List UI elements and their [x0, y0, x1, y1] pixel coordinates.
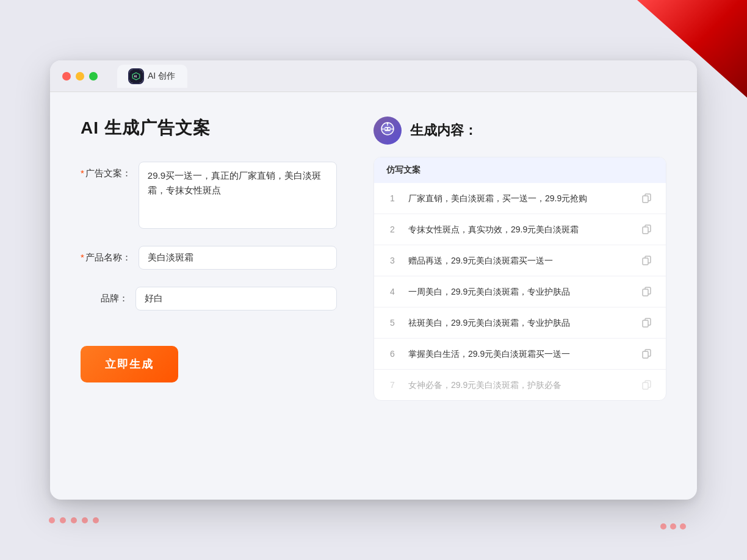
- results-header: 仿写文案: [374, 157, 666, 183]
- bg-dot-4: [82, 517, 88, 523]
- bot-icon: [374, 117, 402, 145]
- right-header: 生成内容：: [374, 117, 666, 145]
- result-number: 4: [386, 287, 399, 296]
- svg-point-6: [387, 123, 389, 124]
- page-title: AI 生成广告文案: [81, 117, 337, 140]
- result-text: 专抹女性斑点，真实功效，29.9元美白淡斑霜: [408, 223, 630, 236]
- svg-marker-0: [132, 73, 140, 80]
- required-star-2: *: [81, 252, 84, 262]
- svg-rect-21: [643, 351, 648, 358]
- result-number: 1: [386, 193, 399, 203]
- brand-row: 品牌：: [81, 287, 337, 311]
- results-container: 仿写文案 1厂家直销，美白淡斑霜，买一送一，29.9元抢购2专抹女性斑点，真实功…: [374, 157, 666, 401]
- close-button[interactable]: [62, 72, 71, 81]
- svg-point-5: [388, 128, 390, 130]
- generate-button[interactable]: 立即生成: [81, 346, 178, 382]
- svg-rect-17: [643, 289, 648, 296]
- result-text: 厂家直销，美白淡斑霜，买一送一，29.9元抢购: [408, 192, 630, 205]
- result-row: 2专抹女性斑点，真实功效，29.9元美白淡斑霜: [374, 214, 666, 245]
- right-panel: 生成内容： 仿写文案 1厂家直销，美白淡斑霜，买一送一，29.9元抢购2专抹女性…: [374, 117, 666, 470]
- right-title: 生成内容：: [410, 121, 477, 140]
- copy-icon[interactable]: [640, 378, 654, 392]
- bg-dot-3: [71, 517, 77, 523]
- left-panel: AI 生成广告文案 *广告文案： 29.9买一送一，真正的厂家直销，美白淡斑霜，…: [81, 117, 337, 470]
- bg-decoration-bottom-right: [660, 523, 686, 529]
- bg-decoration-bottom-left: [49, 517, 99, 523]
- product-name-row: *产品名称：: [81, 246, 337, 270]
- svg-rect-19: [643, 320, 648, 327]
- bg-dot-7: [670, 523, 676, 529]
- svg-rect-11: [643, 196, 648, 203]
- product-name-label: *产品名称：: [81, 246, 139, 264]
- result-number: 2: [386, 224, 399, 234]
- result-row: 7女神必备，29.9元美白淡斑霜，护肤必备: [374, 370, 666, 400]
- bot-icon-glyph: [379, 120, 396, 141]
- bg-dot-2: [60, 517, 66, 523]
- svg-rect-13: [643, 227, 648, 234]
- main-content: AI 生成广告文案 *广告文案： 29.9买一送一，真正的厂家直销，美白淡斑霜，…: [50, 92, 697, 495]
- copy-icon[interactable]: [640, 254, 654, 267]
- result-row: 4一周美白，29.9元美白淡斑霜，专业护肤品: [374, 276, 666, 307]
- copy-icon[interactable]: [640, 347, 654, 361]
- title-bar: AI AI 创作: [50, 60, 697, 92]
- result-number: 7: [386, 380, 399, 390]
- copy-icon[interactable]: [640, 285, 654, 298]
- brand-input[interactable]: [135, 287, 337, 311]
- result-text: 女神必备，29.9元美白淡斑霜，护肤必备: [408, 379, 630, 392]
- result-number: 3: [386, 256, 399, 265]
- minimize-button[interactable]: [76, 72, 84, 81]
- svg-rect-15: [643, 258, 648, 265]
- result-row: 5祛斑美白，29.9元美白淡斑霜，专业护肤品: [374, 307, 666, 339]
- ai-tab-icon: AI: [129, 70, 143, 83]
- traffic-lights: [62, 72, 98, 81]
- result-row: 3赠品再送，29.9元美白淡斑霜买一送一: [374, 245, 666, 276]
- svg-rect-23: [643, 382, 648, 389]
- browser-tab[interactable]: AI AI 创作: [117, 65, 187, 88]
- result-text: 掌握美白生活，29.9元美白淡斑霜买一送一: [408, 348, 630, 361]
- ad-copy-row: *广告文案： 29.9买一送一，真正的厂家直销，美白淡斑霜，专抹女性斑点: [81, 162, 337, 229]
- svg-text:AI: AI: [134, 75, 137, 78]
- bg-dot-5: [93, 517, 99, 523]
- ad-copy-label: *广告文案：: [81, 162, 139, 179]
- copy-icon[interactable]: [640, 316, 654, 329]
- maximize-button[interactable]: [89, 72, 98, 81]
- brand-label: 品牌：: [81, 287, 135, 304]
- result-text: 赠品再送，29.9元美白淡斑霜买一送一: [408, 254, 630, 267]
- result-number: 5: [386, 318, 399, 328]
- bg-dot-1: [49, 517, 55, 523]
- required-star-1: *: [81, 168, 84, 178]
- product-name-input[interactable]: [139, 246, 337, 270]
- result-text: 一周美白，29.9元美白淡斑霜，专业护肤品: [408, 285, 630, 298]
- browser-window: AI AI 创作 AI 生成广告文案 *广告文案： 29.9买一送一，真正的厂家…: [50, 60, 697, 500]
- ad-copy-textarea[interactable]: 29.9买一送一，真正的厂家直销，美白淡斑霜，专抹女性斑点: [139, 162, 337, 229]
- result-number: 6: [386, 349, 399, 359]
- bg-dot-6: [660, 523, 666, 529]
- bg-dot-8: [680, 523, 686, 529]
- copy-icon[interactable]: [640, 223, 654, 236]
- result-row: 6掌握美白生活，29.9元美白淡斑霜买一送一: [374, 339, 666, 370]
- copy-icon[interactable]: [640, 192, 654, 205]
- result-text: 祛斑美白，29.9元美白淡斑霜，专业护肤品: [408, 317, 630, 329]
- tab-label: AI 创作: [148, 71, 175, 82]
- results-list: 1厂家直销，美白淡斑霜，买一送一，29.9元抢购2专抹女性斑点，真实功效，29.…: [374, 183, 666, 400]
- svg-point-4: [385, 128, 387, 130]
- result-row: 1厂家直销，美白淡斑霜，买一送一，29.9元抢购: [374, 183, 666, 214]
